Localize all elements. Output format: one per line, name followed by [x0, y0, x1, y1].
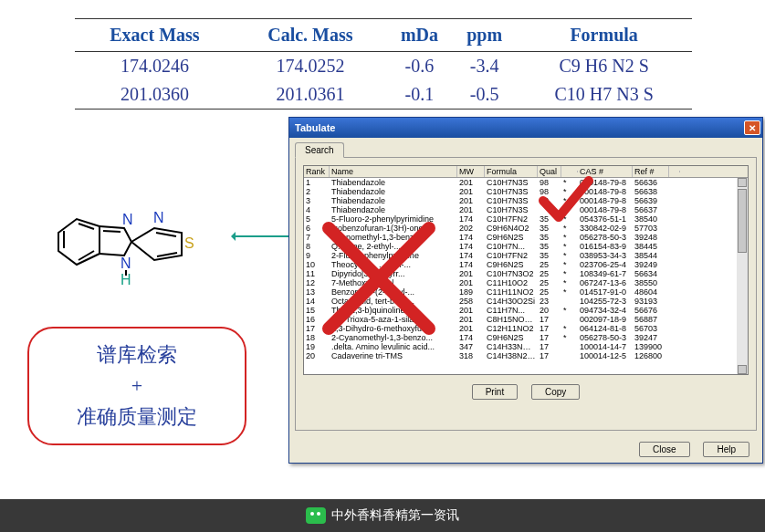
col-ppm: ppm — [453, 19, 516, 52]
table-row[interactable]: 19.delta. Amino levulinic acid...347C14H… — [304, 342, 748, 351]
mass-table: Exact Mass Calc. Mass mDa ppm Formula 17… — [75, 18, 692, 110]
footer-bar: 中外香料香精第一资讯 — [0, 499, 765, 532]
annotation-box: 谱库检索 + 准确质量测定 — [27, 327, 246, 445]
table-row[interactable]: 55-Fluoro-2-phenylpyrimidine174C10H7FN23… — [304, 214, 748, 224]
print-button[interactable]: Print — [472, 384, 519, 400]
window-title: Tabulate — [295, 122, 335, 133]
mass-row: 201.0360 201.0361 -0.1 -0.5 C10 H7 N3 S — [75, 80, 692, 110]
close-button[interactable]: Close — [639, 442, 690, 457]
close-icon[interactable]: ✕ — [744, 120, 760, 135]
annotation-line2: 准确质量测定 — [77, 403, 197, 431]
svg-line-5 — [156, 233, 176, 236]
listview-header: Rank Name MW Formula Qual CAS # Ref # — [304, 166, 748, 178]
titlebar[interactable]: Tabulate ✕ — [289, 118, 762, 138]
table-row[interactable]: 182-Cyanomethyl-1,3-benzo...174C9H6N2S17… — [304, 333, 748, 342]
molecule-structure: N N S N H — [40, 201, 232, 301]
table-row[interactable]: 92-Flu...4-phenylpy...dine174C10H7FN235*… — [304, 251, 748, 260]
footer-text: 中外香料香精第一资讯 — [331, 507, 459, 524]
table-row[interactable]: 4Thiabendazole201C10H7N3S*000148-79-8566… — [304, 205, 748, 214]
mass-row: 174.0246 174.0252 -0.6 -3.4 C9 H6 N2 S — [75, 52, 692, 81]
scrollbar[interactable] — [737, 178, 748, 374]
svg-line-3 — [79, 251, 94, 260]
scroll-down-icon[interactable] — [738, 365, 747, 374]
table-row[interactable]: 172,3-Dihydro-6-methoxyfu...201C12H11NO2… — [304, 324, 748, 333]
table-row[interactable]: 127-Methoxy...hthol201C11H10O225*067247-… — [304, 278, 748, 287]
atom-s: S — [184, 235, 194, 251]
col-formula: Formula — [516, 19, 692, 52]
table-row[interactable]: 3Thiabendazole201C10H7N3S98*000148-79-85… — [304, 196, 748, 205]
atom-n: N — [153, 210, 164, 225]
annotation-plus: + — [131, 374, 142, 398]
table-row[interactable]: 1Thiabendazole201C10H7N3S98*000148-79-85… — [304, 178, 748, 187]
table-row[interactable]: 11Dipyrido[3,...d]pyrr...201C10H7N3O225*… — [304, 269, 748, 278]
tabulate-window: Tabulate ✕ Search Rank Name MW Formula Q… — [288, 117, 763, 464]
table-row[interactable]: 20Cadaverine tri-TMS318C14H38N2Si3171000… — [304, 351, 748, 360]
scroll-thumb[interactable] — [738, 189, 747, 253]
help-button[interactable]: Help — [703, 442, 749, 457]
col-exact-mass: Exact Mass — [75, 19, 235, 52]
annotation-line1: 谱库检索 — [97, 341, 177, 369]
table-row[interactable]: 7Cyanomethyl-1,3-benz...174C9H6N2S35*056… — [304, 233, 748, 242]
atom-n: N — [122, 212, 133, 227]
table-row[interactable]: 10Theocyan..., ...ndol-...174C9H6N2S25*0… — [304, 260, 748, 269]
svg-line-4 — [103, 231, 121, 232]
table-row[interactable]: 6Isobenzofuran-1(3H)-one...202C9H6N4O235… — [304, 224, 748, 233]
table-row[interactable]: 8Q...aline, 2-ethyl-...174C10H7N...35*01… — [304, 242, 748, 251]
col-calc-mass: Calc. Mass — [235, 19, 386, 52]
table-row[interactable]: 14Octan...cid, tert-b...id...258C14H30O2… — [304, 297, 748, 306]
results-listview[interactable]: Rank Name MW Formula Qual CAS # Ref # 1T… — [303, 165, 749, 375]
table-row[interactable]: 16...9-Trioxa-5-aza-1-silab...201C8H15NO… — [304, 315, 748, 324]
table-row[interactable]: 13Benzoni...4-(2-...thyl-...189C11H11NO2… — [304, 287, 748, 297]
table-row[interactable]: 2Thiabendazole201C10H7N3S98*000148-79-85… — [304, 187, 748, 196]
scroll-up-icon[interactable] — [738, 178, 747, 187]
tab-search[interactable]: Search — [295, 142, 344, 158]
col-mda: mDa — [386, 19, 453, 52]
copy-button[interactable]: Copy — [531, 384, 580, 400]
atom-n: N — [121, 256, 131, 271]
table-row[interactable]: 15Th...(2,3-b)quinoline201C11H7N...20*09… — [304, 306, 748, 315]
wechat-icon — [306, 507, 326, 524]
